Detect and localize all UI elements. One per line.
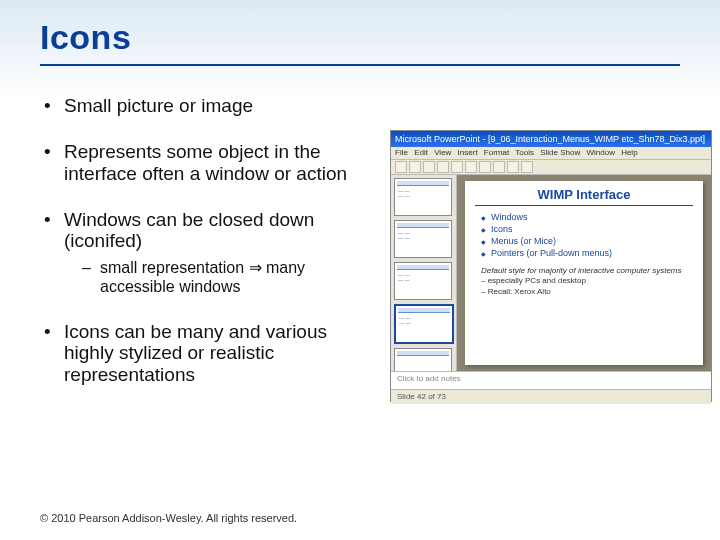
slide-canvas: WIMP Interface Windows Icons Menus (or M… <box>457 175 711 371</box>
bullet-3: Windows can be closed down (iconifed) sm… <box>40 209 380 297</box>
menu-view: View <box>434 148 451 157</box>
menu-help: Help <box>621 148 637 157</box>
inner-slide-title: WIMP Interface <box>475 187 693 206</box>
bullet-4: Icons can be many and various highly sty… <box>40 321 380 387</box>
app-body: — —— — — —— — — —— — — —— — WIMP Interfa… <box>391 175 711 371</box>
toolbar-icon <box>493 161 505 173</box>
status-bar: Slide 42 of 73 <box>391 389 711 404</box>
slide-thumb: — —— — <box>394 220 452 258</box>
toolbar-icon <box>521 161 533 173</box>
bullet-1: Small picture or image <box>40 95 380 117</box>
app-titlebar: Microsoft PowerPoint - [9_06_Interaction… <box>391 131 711 147</box>
sub-bullet-1: small representation ⇒ many accessible w… <box>82 258 380 296</box>
powerpoint-screenshot: Microsoft PowerPoint - [9_06_Interaction… <box>390 130 712 402</box>
inner-item: Pointers (or Pull-down menus) <box>481 248 693 258</box>
bullet-3-text: Windows can be closed down (iconifed) <box>64 209 314 252</box>
slide-thumb-selected: — —— — <box>394 304 454 344</box>
toolbar-icon <box>479 161 491 173</box>
menu-slideshow: Slide Show <box>540 148 580 157</box>
sub-list: small representation ⇒ many accessible w… <box>82 258 380 296</box>
menu-file: File <box>395 148 408 157</box>
app-toolbar <box>391 160 711 175</box>
toolbar-icon <box>507 161 519 173</box>
inner-slide-list: Windows Icons Menus (or Mice) Pointers (… <box>481 212 693 258</box>
toolbar-icon <box>465 161 477 173</box>
inner-subtext: Default style for majority of interactiv… <box>481 266 693 297</box>
bullet-list: Small picture or image Represents some o… <box>40 95 380 386</box>
slide-thumb <box>394 348 452 371</box>
menu-format: Format <box>484 148 509 157</box>
notes-pane: Click to add notes <box>391 371 711 389</box>
copyright-footer: © 2010 Pearson Addison-Wesley. All right… <box>40 512 297 524</box>
inner-item: Menus (or Mice) <box>481 236 693 246</box>
toolbar-icon <box>423 161 435 173</box>
inner-slide: WIMP Interface Windows Icons Menus (or M… <box>465 181 703 365</box>
toolbar-icon <box>451 161 463 173</box>
toolbar-icon <box>409 161 421 173</box>
bullet-2: Represents some object in the interface … <box>40 141 380 185</box>
inner-item: Windows <box>481 212 693 222</box>
inner-item: Icons <box>481 224 693 234</box>
toolbar-icon <box>437 161 449 173</box>
menu-window: Window <box>586 148 614 157</box>
slide-thumb: — —— — <box>394 262 452 300</box>
menu-tools: Tools <box>515 148 534 157</box>
toolbar-icon <box>395 161 407 173</box>
menu-edit: Edit <box>414 148 428 157</box>
menu-insert: Insert <box>458 148 478 157</box>
app-menubar: File Edit View Insert Format Tools Slide… <box>391 147 711 160</box>
content-area: Small picture or image Represents some o… <box>40 95 380 410</box>
slide-title: Icons <box>40 18 131 57</box>
slide: Icons Small picture or image Represents … <box>0 0 720 540</box>
slide-thumb: — —— — <box>394 178 452 216</box>
thumbnail-panel: — —— — — —— — — —— — — —— — <box>391 175 457 371</box>
title-underline <box>40 64 680 66</box>
implies-arrow: ⇒ <box>249 259 262 276</box>
